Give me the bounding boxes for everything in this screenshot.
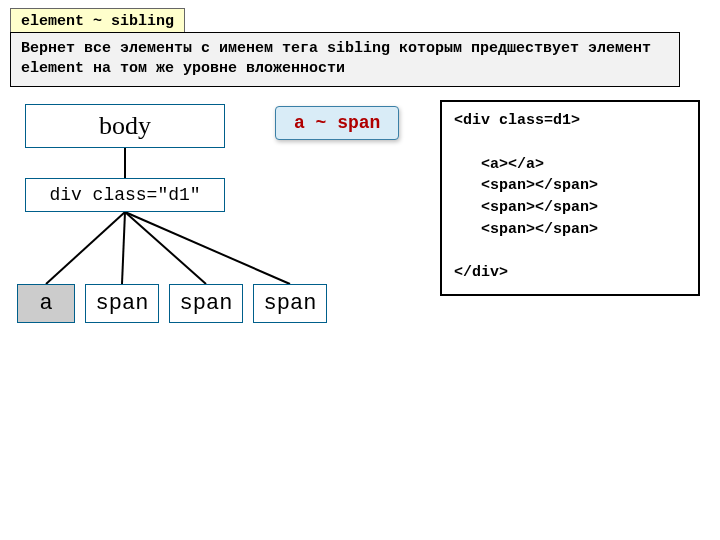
svg-line-1 (46, 212, 125, 284)
svg-line-3 (125, 212, 206, 284)
tree-node-span-3: span (253, 284, 327, 323)
svg-line-4 (125, 212, 290, 284)
html-code-example: <div class=d1> <a></a> <span></span> <sp… (440, 100, 700, 296)
svg-line-2 (122, 212, 125, 284)
selector-title: element ~ sibling (10, 8, 185, 35)
tree-node-body: body (25, 104, 225, 148)
tree-node-a: a (17, 284, 75, 323)
tree-node-span-2: span (169, 284, 243, 323)
tree-node-span-1: span (85, 284, 159, 323)
example-selector-badge: a ~ span (275, 106, 399, 140)
selector-description: Вернет все элементы с именем тега siblin… (10, 32, 680, 87)
tree-node-div: div class="d1" (25, 178, 225, 212)
